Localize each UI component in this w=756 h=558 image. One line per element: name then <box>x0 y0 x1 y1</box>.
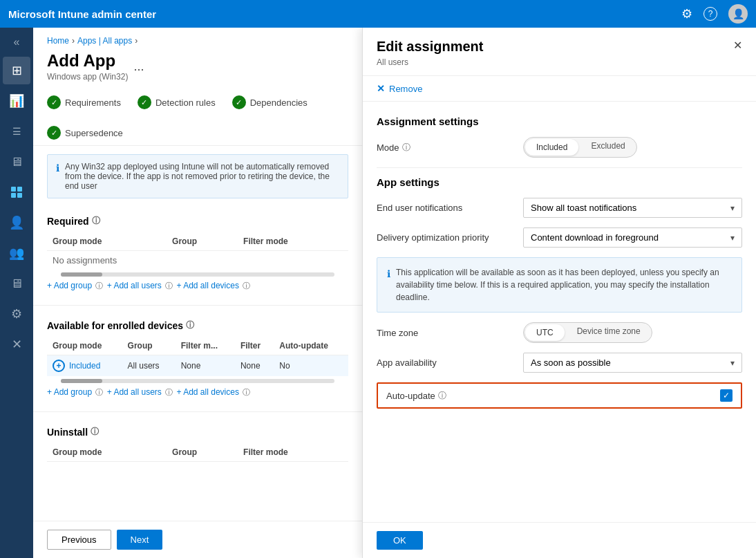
step-check-supersedence: ✓ <box>47 126 61 140</box>
required-section: Required ⓘ Group mode Group Filter mode <box>33 207 362 299</box>
uninstall-table: Group mode Group Filter mode <box>47 443 348 462</box>
required-add-info-3[interactable]: ⓘ <box>243 281 250 291</box>
available-title: Available for enrolled devices ⓘ <box>47 319 348 331</box>
sidebar-item-devices[interactable]: 🖥 <box>3 148 30 176</box>
uninstall-info-icon[interactable]: ⓘ <box>91 426 99 438</box>
step-label-detection: Detection rules <box>155 97 216 108</box>
mode-info-icon[interactable]: ⓘ <box>402 142 410 154</box>
more-options-icon[interactable]: ... <box>133 59 144 74</box>
available-add-info-2[interactable]: ⓘ <box>165 387 173 398</box>
topbar: Microsoft Intune admin center ⚙ ? 👤 <box>0 0 756 28</box>
step-requirements: ✓ Requirements <box>47 95 121 109</box>
step-check-detection: ✓ <box>138 95 151 109</box>
info-banner: ℹ Any Win32 app deployed using Intune wi… <box>47 154 348 198</box>
step-dependencies: ✓ Dependencies <box>232 95 308 109</box>
end-user-notifications-dropdown[interactable]: Show all toast notifications ▾ <box>523 198 742 218</box>
settings-icon[interactable]: ⚙ <box>681 6 692 21</box>
end-user-notifications-row: End user notifications Show all toast no… <box>377 198 742 218</box>
sidebar-chevron[interactable]: « <box>8 30 26 54</box>
right-panel-title-row: Edit assignment ✕ <box>377 39 742 55</box>
uninstall-title: Uninstall ⓘ <box>47 426 348 438</box>
remove-button[interactable]: ✕ Remove <box>363 76 756 102</box>
info-box-text: This application will be available as so… <box>396 266 732 304</box>
required-col-group: Group <box>167 232 238 251</box>
required-add-group[interactable]: + Add group <box>47 281 92 291</box>
available-info-icon[interactable]: ⓘ <box>186 319 194 331</box>
step-label-requirements: Requirements <box>65 97 121 108</box>
sidebar-item-allservices[interactable]: ☰ <box>3 118 30 145</box>
app-availability-row: App availability As soon as possible ▾ <box>377 353 742 373</box>
uninstall-col-filtermode: Filter mode <box>238 443 348 462</box>
available-add-alldevices[interactable]: + Add all devices <box>177 387 239 398</box>
info-banner-text: Any Win32 app deployed using Intune will… <box>65 162 339 191</box>
avail-row-filter: None <box>235 355 274 377</box>
avatar[interactable]: 👤 <box>728 4 748 24</box>
app-availability-value: As soon as possible <box>531 357 611 368</box>
app-availability-arrow: ▾ <box>730 358 735 368</box>
required-add-info-2[interactable]: ⓘ <box>165 281 173 291</box>
sidebar-item-apps[interactable] <box>3 178 30 206</box>
right-panel: Edit assignment ✕ All users ✕ Remove Ass… <box>362 28 756 558</box>
time-zone-row: Time zone UTC Device time zone <box>377 322 742 343</box>
page-title: Add App <box>47 51 128 71</box>
app-settings-heading: App settings <box>377 176 742 188</box>
content-area: Home › Apps | All apps › Add App Windows… <box>33 28 756 558</box>
auto-update-info-icon[interactable]: ⓘ <box>438 390 446 402</box>
ok-row: OK <box>363 522 756 558</box>
sidebar-item-close[interactable]: ✕ <box>3 331 30 358</box>
ok-button[interactable]: OK <box>377 531 423 550</box>
delivery-optimization-label: Delivery optimization priority <box>377 232 515 243</box>
required-add-links: + Add group ⓘ + Add all users ⓘ + Add al… <box>47 281 348 291</box>
next-button[interactable]: Next <box>117 530 163 550</box>
mode-option-excluded[interactable]: Excluded <box>580 138 636 157</box>
required-add-info-1[interactable]: ⓘ <box>95 281 103 291</box>
required-add-alldevices[interactable]: + Add all devices <box>177 281 239 291</box>
required-title: Required ⓘ <box>47 215 348 227</box>
auto-update-label-text: Auto-update <box>386 391 435 401</box>
mode-label-text: Mode <box>377 142 399 153</box>
sidebar-item-reports[interactable]: 📊 <box>3 87 30 115</box>
sidebar-item-settings[interactable]: ⚙ <box>3 300 30 328</box>
avail-col-autoupdate: Auto-update <box>274 337 348 355</box>
help-icon[interactable]: ? <box>703 7 717 21</box>
avail-col-filter: Filter <box>235 337 274 355</box>
available-add-info-3[interactable]: ⓘ <box>243 387 250 398</box>
breadcrumb: Home › Apps | All apps › <box>33 28 362 48</box>
delivery-optimization-dropdown[interactable]: Content download in foreground ▾ <box>523 227 742 248</box>
avail-row-filterm: None <box>176 355 235 377</box>
available-title-text: Available for enrolled devices <box>47 320 183 331</box>
required-add-allusers[interactable]: + Add all users <box>107 281 162 291</box>
page-title-row: Add App Windows app (Win32) ... <box>33 48 362 90</box>
table-row[interactable]: + Included All users None None No <box>47 355 348 377</box>
available-add-allusers[interactable]: + Add all users <box>107 387 162 398</box>
time-zone-utc[interactable]: UTC <box>525 324 565 341</box>
auto-update-checkbox[interactable]: ✓ <box>720 389 733 402</box>
available-add-group[interactable]: + Add group <box>47 387 92 398</box>
close-button[interactable]: ✕ <box>733 39 742 52</box>
mode-row: Mode ⓘ Included Excluded <box>377 137 742 158</box>
delivery-optimization-value: Content download in foreground <box>531 232 659 243</box>
assignment-settings-heading: Assignment settings <box>377 115 742 127</box>
breadcrumb-apps[interactable]: Apps | All apps <box>77 36 132 46</box>
sidebar-item-dashboard[interactable]: ⊞ <box>3 57 30 84</box>
svg-rect-2 <box>11 193 16 198</box>
time-zone-device[interactable]: Device time zone <box>566 323 652 342</box>
svg-rect-0 <box>11 187 16 192</box>
avail-row-autoupdate: No <box>274 355 348 377</box>
breadcrumb-home[interactable]: Home <box>47 36 69 46</box>
required-info-icon[interactable]: ⓘ <box>92 215 100 227</box>
time-zone-label: Time zone <box>377 328 515 338</box>
sidebar-item-users[interactable]: 👤 <box>3 209 30 236</box>
app-availability-dropdown[interactable]: As soon as possible ▾ <box>523 353 742 373</box>
mode-option-included[interactable]: Included <box>525 139 578 156</box>
svg-rect-3 <box>17 193 22 198</box>
sidebar-item-groups[interactable]: 👥 <box>3 239 30 267</box>
available-section: Available for enrolled devices ⓘ Group m… <box>33 311 362 406</box>
uninstall-title-text: Uninstall <box>47 427 88 438</box>
available-add-info-1[interactable]: ⓘ <box>95 387 103 398</box>
step-label-dependencies: Dependencies <box>250 97 308 108</box>
step-detection: ✓ Detection rules <box>138 95 216 109</box>
previous-button[interactable]: Previous <box>47 530 111 550</box>
sidebar-item-tenantadmin[interactable]: 🖥 <box>3 270 30 297</box>
info-box-icon: ℹ <box>387 267 390 304</box>
